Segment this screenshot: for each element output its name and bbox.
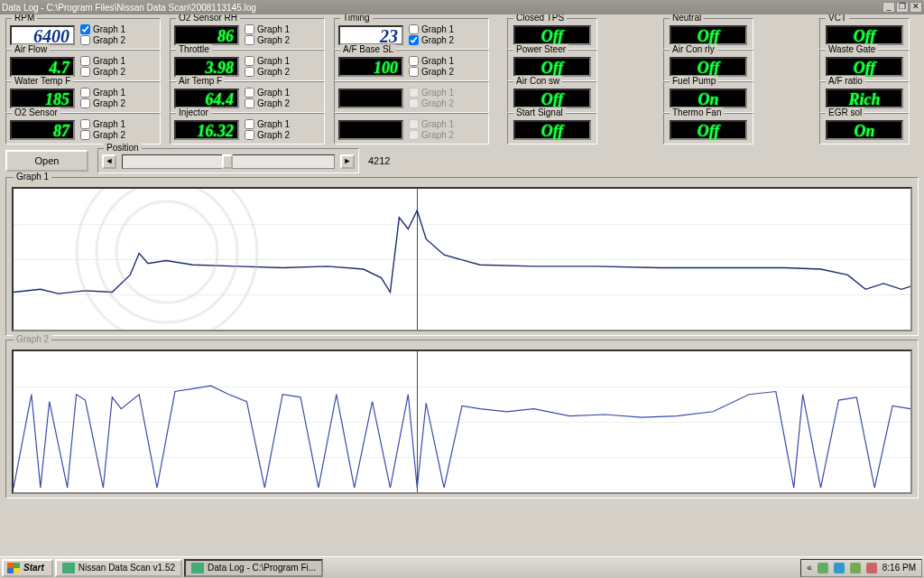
tray-icon[interactable] xyxy=(866,563,877,573)
status-value: Off xyxy=(513,25,591,45)
graph-checkbox[interactable]: Graph 1 xyxy=(245,88,290,98)
graph-checkbox[interactable]: Graph 2 xyxy=(409,67,454,77)
checkbox-input[interactable] xyxy=(245,24,254,34)
checkbox-input xyxy=(409,98,419,108)
graph-checkbox[interactable]: Graph 2 xyxy=(245,67,290,77)
graph2-canvas[interactable] xyxy=(12,350,912,494)
checkbox-label: Graph 2 xyxy=(257,130,290,140)
sensor-caption: A/F Base SL xyxy=(340,44,396,54)
checkbox-input[interactable] xyxy=(409,67,419,77)
checkbox-input[interactable] xyxy=(80,119,90,129)
graph-check-group: Graph 1Graph 2 xyxy=(245,88,290,108)
taskbar-clock[interactable]: 8:16 PM xyxy=(882,563,916,573)
graph-checkbox[interactable]: Graph 1 xyxy=(409,56,454,66)
slider-track[interactable] xyxy=(122,154,335,169)
checkbox-input xyxy=(409,119,419,129)
checkbox-label: Graph 2 xyxy=(421,35,454,45)
checkbox-input[interactable] xyxy=(245,88,254,98)
window-min-button[interactable]: _ xyxy=(882,2,895,13)
graph1-canvas[interactable] xyxy=(12,187,912,331)
graph-checkbox[interactable]: Graph 1 xyxy=(80,24,125,34)
window-max-button[interactable]: ❐ xyxy=(896,2,909,13)
graph-checkbox: Graph 2 xyxy=(409,130,454,140)
checkbox-label: Graph 2 xyxy=(421,130,454,140)
checkbox-input[interactable] xyxy=(409,24,419,34)
graph-check-group: Graph 1Graph 2 xyxy=(80,56,125,77)
graph-checkbox[interactable]: Graph 1 xyxy=(80,119,125,129)
graph-check-group: Graph 1Graph 2 xyxy=(409,88,454,108)
window-close-button[interactable]: ✕ xyxy=(910,2,922,13)
status-value: Off xyxy=(670,57,747,77)
checkbox-input[interactable] xyxy=(245,35,254,45)
checkbox-input[interactable] xyxy=(245,119,254,129)
graph-checkbox[interactable]: Graph 1 xyxy=(245,56,290,66)
checkbox-input[interactable] xyxy=(245,130,254,140)
graph-checkbox[interactable]: Graph 1 xyxy=(80,88,125,98)
status-caption: VCT xyxy=(826,14,849,23)
graph-checkbox[interactable]: Graph 2 xyxy=(245,98,290,108)
sensor-value: 64.4 xyxy=(174,89,239,108)
graph-checkbox[interactable]: Graph 2 xyxy=(409,35,454,45)
position-group: Position ◄ ► xyxy=(97,148,359,173)
readout-row: RPM6400Graph 1Graph 2O2 Sensor RH86Graph… xyxy=(5,18,919,50)
scroll-left-button[interactable]: ◄ xyxy=(102,154,116,169)
checkbox-label: Graph 2 xyxy=(93,67,125,77)
checkbox-label: Graph 2 xyxy=(257,67,290,77)
checkbox-input[interactable] xyxy=(80,130,90,140)
graph-checkbox[interactable]: Graph 2 xyxy=(80,67,125,77)
checkbox-input[interactable] xyxy=(80,56,90,66)
checkbox-input[interactable] xyxy=(245,98,254,108)
status-caption: Air Con sw xyxy=(513,76,562,86)
sensor-caption: O2 Sensor xyxy=(12,107,60,117)
status-value: Off xyxy=(670,25,747,45)
graph-check-group: Graph 1Graph 2 xyxy=(245,56,290,77)
slider-thumb[interactable] xyxy=(222,154,233,169)
graph-check-group: Graph 1Graph 2 xyxy=(80,119,125,140)
graph-check-group: Graph 1Graph 2 xyxy=(409,56,454,77)
sensor-group: Injector16.32Graph 1Graph 2 xyxy=(170,113,325,144)
sensor-value: 4.7 xyxy=(10,57,75,77)
tray-chevron-icon[interactable]: « xyxy=(807,563,812,573)
position-caption: Position xyxy=(104,143,142,153)
checkbox-input[interactable] xyxy=(80,24,90,34)
open-button[interactable]: Open xyxy=(5,150,88,172)
scroll-right-button[interactable]: ► xyxy=(340,154,355,169)
checkbox-input[interactable] xyxy=(245,67,254,77)
status-caption: A/F ratio xyxy=(826,76,865,86)
checkbox-input[interactable] xyxy=(80,35,90,45)
checkbox-input[interactable] xyxy=(409,56,419,66)
taskbar-item[interactable]: Data Log - C:\Program Fi... xyxy=(184,559,323,577)
graph-checkbox[interactable]: Graph 2 xyxy=(80,35,125,45)
graph-checkbox[interactable]: Graph 2 xyxy=(245,130,290,140)
sensor-caption: Air Flow xyxy=(12,44,50,54)
graph-check-group: Graph 1Graph 2 xyxy=(245,24,290,45)
graph-checkbox[interactable]: Graph 2 xyxy=(245,35,290,45)
checkbox-input[interactable] xyxy=(245,56,254,66)
checkbox-input[interactable] xyxy=(80,67,90,77)
system-tray: « 8:16 PM xyxy=(800,559,922,577)
tray-icon[interactable] xyxy=(834,563,845,573)
checkbox-input[interactable] xyxy=(409,35,419,45)
start-button[interactable]: Start xyxy=(2,559,53,577)
graph-checkbox[interactable]: Graph 1 xyxy=(245,24,290,34)
checkbox-label: Graph 2 xyxy=(257,35,290,45)
taskbar-item[interactable]: Nissan Data Scan v1.52 xyxy=(55,559,182,577)
graph1-panel: Graph 1 xyxy=(5,177,919,336)
sensor-value xyxy=(338,120,403,140)
position-slider[interactable]: ◄ ► xyxy=(102,154,355,169)
graph-check-group: Graph 1Graph 2 xyxy=(80,88,125,108)
graph-checkbox[interactable]: Graph 1 xyxy=(80,56,125,66)
sensor-value: 100 xyxy=(338,57,403,77)
checkbox-input[interactable] xyxy=(80,98,90,108)
graph-checkbox[interactable]: Graph 2 xyxy=(80,98,125,108)
graph-check-group: Graph 1Graph 2 xyxy=(80,24,125,45)
checkbox-input[interactable] xyxy=(80,88,90,98)
sensor-value: 185 xyxy=(10,89,75,108)
tray-icon[interactable] xyxy=(850,563,861,573)
graph-checkbox[interactable]: Graph 1 xyxy=(409,24,454,34)
tray-icon[interactable] xyxy=(818,563,828,573)
window-title: Data Log - C:\Program Files\Nissan Data … xyxy=(2,3,882,13)
graph-checkbox[interactable]: Graph 2 xyxy=(80,130,125,140)
checkbox-label: Graph 2 xyxy=(421,98,454,108)
graph-checkbox[interactable]: Graph 1 xyxy=(245,119,290,129)
